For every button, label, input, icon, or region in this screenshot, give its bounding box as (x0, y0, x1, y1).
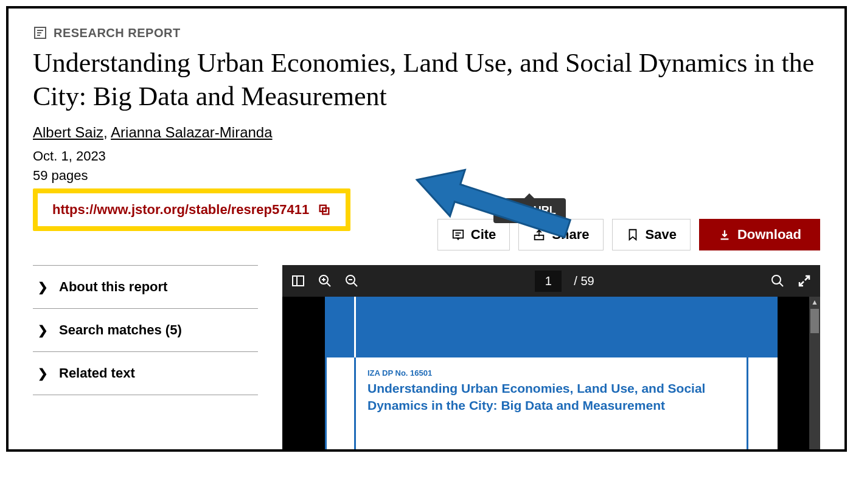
save-label: Save (646, 227, 677, 243)
sidebar-toggle-icon[interactable] (291, 274, 305, 288)
sidebar-item-label: About this report (59, 279, 167, 295)
document-type-label: RESEARCH REPORT (54, 26, 181, 40)
zoom-in-icon[interactable] (318, 274, 332, 288)
search-icon[interactable] (770, 274, 785, 288)
svg-line-22 (779, 283, 783, 286)
save-button[interactable]: Save (612, 219, 691, 250)
bookmark-icon (626, 228, 639, 241)
scroll-thumb[interactable] (810, 309, 819, 333)
svg-marker-6 (409, 168, 575, 241)
stable-url-box[interactable]: https://www.jstor.org/stable/resrep57411 (38, 193, 346, 226)
page-frame: RESEARCH REPORT Understanding Urban Econ… (6, 6, 847, 452)
sidebar-item-label: Search matches (5) (59, 322, 182, 338)
page-number-input[interactable] (535, 271, 562, 292)
zoom-out-icon[interactable] (344, 274, 359, 288)
sidebar: ❯ About this report ❯ Search matches (5)… (33, 265, 258, 449)
pdf-viewer: / 59 IZA DP No. 16501 Understanding Urba… (282, 265, 820, 449)
sidebar-item-related[interactable]: ❯ Related text (33, 351, 258, 395)
viewer-toolbar: / 59 (282, 265, 820, 297)
scroll-up-icon[interactable]: ▲ (809, 297, 820, 308)
chevron-right-icon: ❯ (38, 366, 48, 381)
svg-line-19 (353, 283, 357, 286)
download-icon (718, 228, 731, 241)
svg-line-15 (327, 283, 330, 286)
sidebar-item-label: Related text (59, 365, 135, 381)
authors: Albert Saiz, Arianna Salazar-Miranda (33, 124, 820, 141)
annotation-arrow-icon (401, 168, 583, 241)
viewer-scrollbar[interactable]: ▲ (809, 297, 820, 449)
sidebar-item-matches[interactable]: ❯ Search matches (5) (33, 308, 258, 351)
content-row: ❯ About this report ❯ Search matches (5)… (33, 265, 820, 449)
stable-url-text: https://www.jstor.org/stable/resrep57411 (52, 202, 309, 218)
report-icon (33, 26, 47, 40)
page-total: / 59 (574, 274, 594, 288)
document-type: RESEARCH REPORT (33, 26, 820, 40)
author-link[interactable]: Albert Saiz (33, 124, 103, 140)
chevron-right-icon: ❯ (38, 280, 48, 294)
paper-title: Understanding Urban Economies, Land Use,… (367, 380, 735, 415)
pdf-page: IZA DP No. 16501 Understanding Urban Eco… (325, 297, 778, 449)
svg-rect-12 (293, 276, 304, 286)
stable-url-highlight: https://www.jstor.org/stable/resrep57411 (33, 188, 350, 231)
sidebar-item-about[interactable]: ❯ About this report (33, 265, 258, 308)
fullscreen-icon[interactable] (797, 274, 812, 288)
copy-icon (318, 203, 331, 216)
iza-dp-number: IZA DP No. 16501 (367, 368, 735, 378)
svg-point-21 (772, 275, 781, 284)
download-label: Download (737, 227, 801, 243)
download-button[interactable]: Download (699, 219, 820, 250)
chevron-right-icon: ❯ (38, 323, 48, 337)
publication-date: Oct. 1, 2023 (33, 148, 820, 164)
page-area[interactable]: IZA DP No. 16501 Understanding Urban Eco… (282, 297, 820, 449)
author-link[interactable]: Arianna Salazar-Miranda (111, 124, 272, 140)
page-title: Understanding Urban Economies, Land Use,… (33, 46, 820, 113)
